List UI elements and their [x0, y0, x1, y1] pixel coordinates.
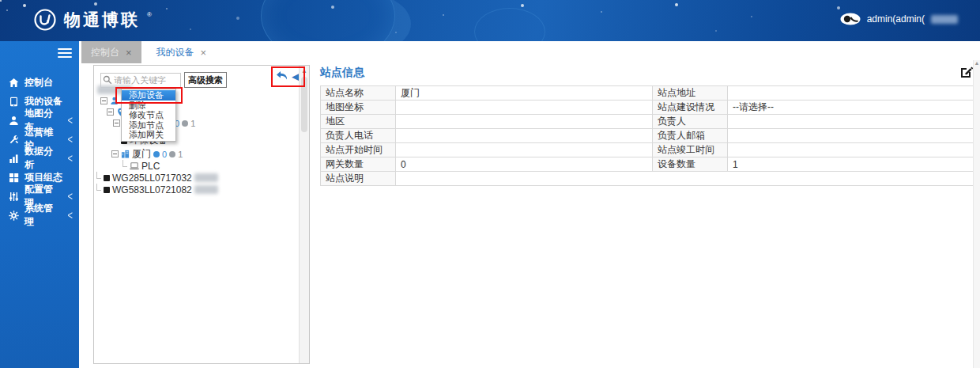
field-value — [396, 172, 974, 186]
collapse-node-icon[interactable] — [100, 97, 107, 104]
username-label: admin(admin( — [867, 13, 925, 25]
offline-count: 1 — [190, 119, 195, 128]
context-menu-item-modify-node[interactable]: 修改节点 — [122, 110, 175, 120]
chevron-icon: < — [68, 114, 73, 127]
tree-connector — [96, 172, 101, 179]
tree-panel-actions: ◀ — [276, 70, 300, 82]
sidebar-item-label: 数据分析 — [24, 145, 62, 172]
scroll-up-icon[interactable]: ▲ — [974, 60, 980, 66]
close-icon[interactable]: × — [126, 47, 132, 58]
laptop-icon — [130, 162, 139, 170]
context-menu-item-add-gateway[interactable]: 添加网关 — [122, 130, 175, 140]
sidebar-nav: 控制台 我的设备 地图分布 < — [0, 41, 79, 368]
search-icon — [103, 75, 112, 85]
field-value — [396, 129, 653, 143]
collapse-node-icon[interactable] — [107, 108, 114, 116]
brand-name: 物通博联 — [64, 9, 140, 31]
field-value: 0 — [396, 157, 653, 172]
online-dot — [153, 151, 160, 157]
sidebar-item-data-analysis[interactable]: 数据分析 < — [0, 149, 79, 168]
chart-icon — [9, 154, 19, 164]
gateway-square-icon — [104, 175, 110, 181]
sidebar-item-system-management[interactable]: 系统管理 < — [0, 206, 79, 225]
tab-console[interactable]: 控制台 × — [81, 41, 141, 63]
tools-icon — [9, 135, 19, 145]
home-icon — [9, 78, 19, 88]
scrollbar-thumb[interactable] — [301, 77, 307, 132]
site-info-panel: 站点信息 站点名称 厦门 站点地址 地图坐标 站点建设情况 --请选择-- — [320, 63, 974, 186]
content-area: 高级搜索 ◀ 0 2 林 — [79, 63, 980, 368]
tree-node-plc[interactable]: PLC — [94, 161, 298, 171]
field-value-placeholder: --请选择-- — [728, 101, 974, 115]
tree-connector — [96, 184, 101, 191]
field-label: 站点竣工时间 — [653, 143, 728, 157]
tree-node-xiamen[interactable]: 厦门 0 1 — [94, 149, 298, 159]
scroll-up-icon[interactable]: ▲ — [300, 67, 309, 74]
banner-circle-decoration — [474, 8, 545, 41]
field-label: 站点开始时间 — [321, 143, 396, 157]
sliders-icon — [9, 192, 19, 202]
field-label: 负责人 — [653, 115, 728, 129]
tree-node-label: WG583LL0721082 — [112, 184, 192, 195]
sidebar-item-label: 项目组态 — [24, 171, 62, 184]
context-menu-item-add-device[interactable]: 添加设备 — [122, 90, 175, 101]
tree-connector — [122, 160, 127, 167]
sidebar-item-label: 我的设备 — [24, 95, 62, 108]
building-icon — [121, 150, 130, 158]
menu-toggle-icon[interactable] — [58, 46, 72, 57]
context-menu: 添加设备 删除 修改节点 添加节点 添加网关 — [121, 89, 176, 142]
person-icon — [110, 97, 119, 105]
field-label: 站点建设情况 — [653, 101, 728, 115]
field-label: 站点说明 — [321, 172, 396, 186]
chevron-icon: < — [68, 152, 73, 165]
sidebar-item-console[interactable]: 控制台 — [0, 73, 79, 92]
table-row: 网关数量 0 设备数量 1 — [321, 157, 974, 172]
tree-node-label: 厦门 — [132, 147, 151, 161]
grid-icon — [9, 173, 19, 183]
chevron-icon: < — [68, 133, 73, 146]
tab-my-devices[interactable]: 我的设备 × — [147, 41, 217, 63]
brand-registered-mark: ® — [147, 11, 152, 18]
tab-label: 我的设备 — [156, 46, 194, 59]
offline-count: 1 — [178, 150, 183, 159]
tree-node-blurred-label — [194, 173, 218, 182]
panel-title: 站点信息 — [320, 63, 974, 80]
user-menu[interactable]: admin(admin( — [840, 13, 958, 25]
field-value — [728, 86, 974, 101]
chevron-icon: < — [68, 190, 73, 203]
banner-particles-decoration — [0, 0, 2, 2]
gear-icon — [9, 211, 19, 221]
table-row: 地图坐标 站点建设情况 --请选择-- — [321, 101, 974, 115]
sidebar-nav-list: 控制台 我的设备 地图分布 < — [0, 73, 79, 225]
field-label: 地区 — [321, 115, 396, 129]
field-label: 网关数量 — [321, 157, 396, 172]
offline-dot — [169, 151, 175, 157]
gateway-square-icon — [104, 187, 110, 193]
field-label: 地图坐标 — [321, 101, 396, 115]
online-count: 0 — [162, 150, 167, 159]
tree-node-gateway-1[interactable]: WG285LL0717032 — [94, 173, 298, 183]
close-icon[interactable]: × — [201, 47, 207, 58]
field-value — [728, 143, 974, 157]
device-tree-panel: 高级搜索 ◀ 0 2 林 — [93, 65, 310, 364]
context-menu-item-delete[interactable]: 删除 — [122, 101, 175, 111]
edit-icon[interactable] — [959, 66, 973, 79]
table-row: 地区 负责人 — [321, 115, 974, 129]
tree-node-gateway-2[interactable]: WG583LL0721082 — [94, 184, 298, 195]
context-menu-item-add-node[interactable]: 添加节点 — [122, 120, 175, 131]
page-scrollbar[interactable]: ▲ — [973, 60, 980, 368]
field-value — [728, 115, 974, 129]
top-banner: 物通博联 ® admin(admin( — [0, 0, 980, 41]
site-info-table: 站点名称 厦门 站点地址 地图坐标 站点建设情况 --请选择-- 地区 负责人 — [320, 85, 974, 186]
collapse-node-icon[interactable] — [113, 120, 120, 127]
collapse-node-icon[interactable] — [111, 150, 119, 157]
field-label: 站点名称 — [321, 86, 396, 101]
undo-icon[interactable] — [276, 70, 289, 82]
tab-label: 控制台 — [91, 46, 119, 59]
tab-bar: 控制台 × 我的设备 × — [79, 41, 980, 63]
tree-scrollbar[interactable]: ▲ — [299, 66, 309, 363]
app-window: 物通博联 ® admin(admin( 控制台 — [0, 0, 980, 368]
username-blurred-part — [931, 15, 958, 24]
table-row: 负责人电话 负责人邮箱 — [321, 129, 974, 143]
field-label: 负责人邮箱 — [653, 129, 728, 143]
